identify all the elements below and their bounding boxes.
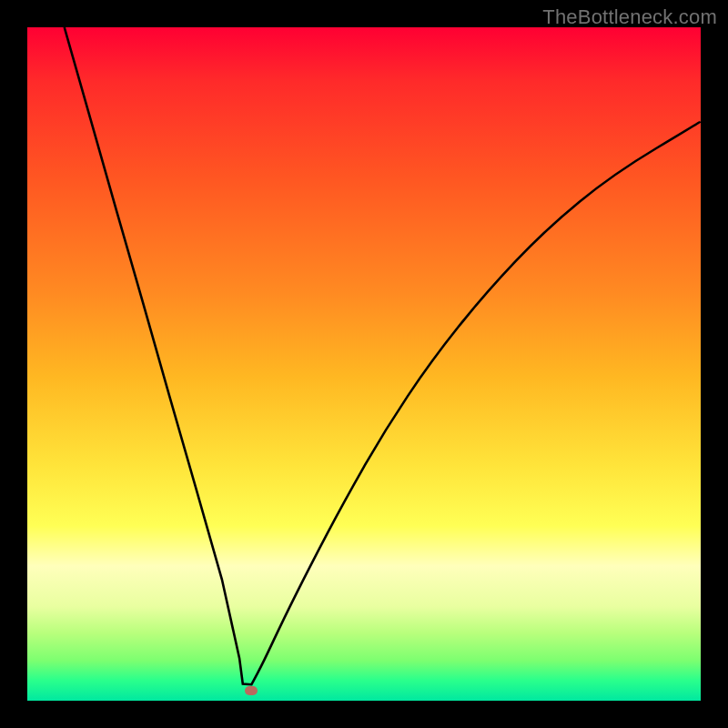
bottleneck-curve <box>27 27 701 701</box>
curve-line <box>65 27 701 684</box>
optimum-marker <box>245 686 258 695</box>
watermark-text: TheBottleneck.com <box>542 5 717 29</box>
plot-area <box>27 27 701 701</box>
